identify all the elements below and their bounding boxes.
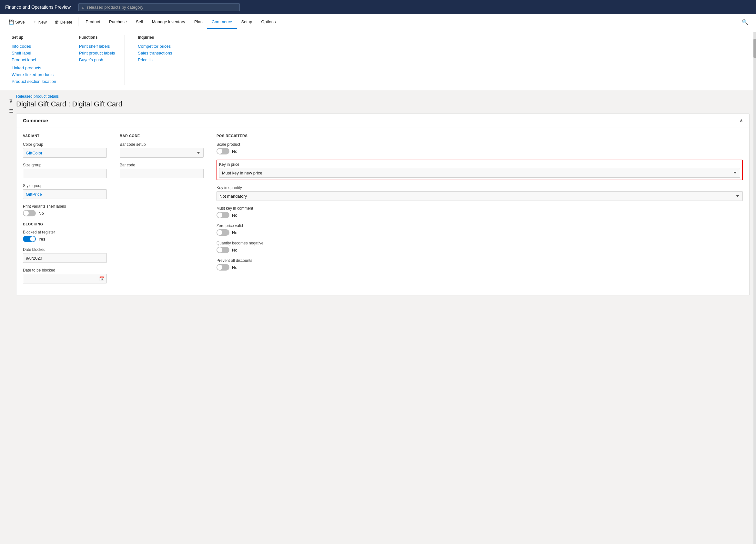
quantity-becomes-negative-toggle[interactable] (217, 247, 229, 253)
size-group-input[interactable] (23, 169, 107, 178)
color-group-label: Color group (23, 142, 107, 147)
scale-product-value: No (232, 149, 237, 154)
menu-price-list[interactable]: Price list (138, 56, 172, 63)
top-bar: Finance and Operations Preview ⌕ release… (0, 0, 756, 14)
tab-setup[interactable]: Setup (237, 15, 257, 29)
commerce-dropdown-menu: Set up Info codes Shelf label Product la… (5, 30, 751, 90)
key-in-price-group: Key in price Not mandatory Must key in n… (217, 160, 743, 180)
tab-sell[interactable]: Sell (131, 15, 147, 29)
menu-competitor-prices[interactable]: Competitor prices (138, 43, 172, 50)
breadcrumb[interactable]: Released product details (16, 94, 750, 99)
key-in-price-select[interactable]: Not mandatory Must key in new price Must… (219, 168, 740, 178)
key-in-quantity-select[interactable]: Not mandatory Mandatory (217, 191, 743, 201)
prevent-all-discounts-field: Prevent all discounts No (217, 258, 743, 271)
barcode-setup-select[interactable] (120, 148, 204, 158)
print-variants-toggle-row: No (23, 210, 107, 217)
section-header: Commerce ∧ (16, 114, 749, 127)
scale-product-toggle-row: No (217, 148, 743, 155)
pos-header: POS REGISTERS (217, 134, 743, 138)
quantity-becomes-negative-value: No (232, 248, 237, 253)
scrollbar-thumb[interactable] (753, 39, 756, 58)
calendar-icon: 📅 (99, 276, 104, 281)
barcode-input[interactable] (120, 169, 204, 178)
plus-icon: ＋ (33, 19, 37, 25)
delete-button[interactable]: 🗑 Delete (51, 17, 76, 26)
search-icon: ⌕ (82, 5, 85, 10)
functions-title: Functions (79, 35, 115, 40)
inquiries-title: Inquiries (138, 35, 172, 40)
global-search[interactable]: ⌕ released products by category (78, 3, 240, 11)
date-to-be-blocked-field: Date to be blocked 📅 (23, 268, 107, 283)
ribbon-search-icon[interactable]: 🔍 (739, 16, 751, 28)
date-to-be-blocked-input[interactable] (23, 274, 107, 283)
save-button[interactable]: 💾 Save (5, 17, 28, 26)
scrollbar[interactable] (753, 32, 756, 303)
blocking-header: BLOCKING (23, 222, 107, 226)
blocked-at-register-toggle[interactable] (23, 236, 36, 242)
delete-icon: 🗑 (55, 19, 59, 25)
tab-commerce[interactable]: Commerce (207, 15, 237, 29)
barcode-setup-field: Bar code setup (120, 142, 204, 158)
setup-section: Set up Info codes Shelf label Product la… (12, 35, 66, 85)
save-icon: 💾 (8, 19, 14, 25)
page-content: ⊽ ☰ Released product details Digital Gif… (0, 90, 756, 303)
tab-manage-inventory[interactable]: Manage inventory (147, 15, 190, 29)
menu-linked-products[interactable]: Linked products (12, 65, 56, 71)
barcode-setup-label: Bar code setup (120, 142, 204, 147)
prevent-all-discounts-value: No (232, 265, 237, 270)
menu-print-product-labels[interactable]: Print product labels (79, 50, 115, 56)
app-title: Finance and Operations Preview (5, 5, 71, 10)
key-in-quantity-field: Key in quantity Not mandatory Mandatory (217, 186, 743, 201)
print-variants-toggle[interactable] (23, 210, 36, 217)
must-key-in-comment-toggle-row: No (217, 212, 743, 218)
ribbon-toolbar: 💾 Save ＋ New 🗑 Delete Product Purchase S… (5, 14, 751, 30)
menu-sales-transactions[interactable]: Sales transactions (138, 50, 172, 56)
menu-product-section-location[interactable]: Product section location (12, 78, 56, 85)
quantity-becomes-negative-toggle-row: No (217, 247, 743, 253)
menu-product-label[interactable]: Product label (12, 56, 56, 63)
ribbon-tabs: Product Purchase Sell Manage inventory P… (81, 15, 280, 29)
print-variants-value: No (38, 211, 44, 216)
prevent-all-discounts-toggle[interactable] (217, 264, 229, 271)
menu-buyers-push[interactable]: Buyer's push (79, 56, 115, 63)
color-group-field: Color group GiftColor (23, 142, 107, 158)
filter-icon[interactable]: ⊽ (9, 98, 14, 104)
must-key-in-comment-toggle[interactable] (217, 212, 229, 218)
scale-product-toggle[interactable] (217, 148, 229, 155)
new-button[interactable]: ＋ New (29, 17, 50, 27)
scale-product-label: Scale product (217, 142, 743, 147)
form-columns: VARIANT Color group GiftColor Size group (23, 134, 743, 288)
section-collapse-icon[interactable]: ∧ (740, 118, 743, 123)
scale-product-field: Scale product No (217, 142, 743, 155)
tab-plan[interactable]: Plan (190, 15, 207, 29)
date-to-be-blocked-wrapper: 📅 (23, 274, 107, 283)
barcode-header: BAR CODE (120, 134, 204, 138)
blocked-at-register-field: Blocked at register Yes (23, 230, 107, 242)
blocked-value: Yes (38, 237, 45, 242)
tab-options[interactable]: Options (257, 15, 280, 29)
menu-shelf-label[interactable]: Shelf label (12, 50, 56, 56)
pos-column: POS REGISTERS Scale product No Key (217, 134, 743, 288)
menu-where-linked-products[interactable]: Where-linked products (12, 71, 56, 78)
date-blocked-input[interactable] (23, 253, 107, 263)
style-group-input[interactable]: GiftPrice (23, 189, 107, 199)
zero-price-valid-toggle-row: No (217, 229, 743, 236)
tab-purchase[interactable]: Purchase (105, 15, 131, 29)
variant-column: VARIANT Color group GiftColor Size group (23, 134, 107, 288)
inquiries-section: Inquiries Competitor prices Sales transa… (138, 35, 182, 85)
menu-print-shelf-labels[interactable]: Print shelf labels (79, 43, 115, 50)
zero-price-valid-toggle[interactable] (217, 229, 229, 236)
menu-info-codes[interactable]: Info codes (12, 43, 56, 50)
tab-product[interactable]: Product (81, 15, 105, 29)
zero-price-valid-label: Zero price valid (217, 224, 743, 228)
menu-icon[interactable]: ☰ (9, 108, 14, 114)
section-title: Commerce (23, 118, 48, 123)
style-group-label: Style group (23, 184, 107, 188)
print-variants-field: Print variants shelf labels No (23, 204, 107, 217)
page-layout: ⊽ ☰ Released product details Digital Gif… (6, 94, 750, 299)
color-group-input[interactable]: GiftColor (23, 148, 107, 158)
must-key-in-comment-value: No (232, 213, 237, 218)
new-label: New (38, 20, 47, 25)
zero-price-valid-value: No (232, 230, 237, 235)
blocked-toggle-row: Yes (23, 236, 107, 242)
